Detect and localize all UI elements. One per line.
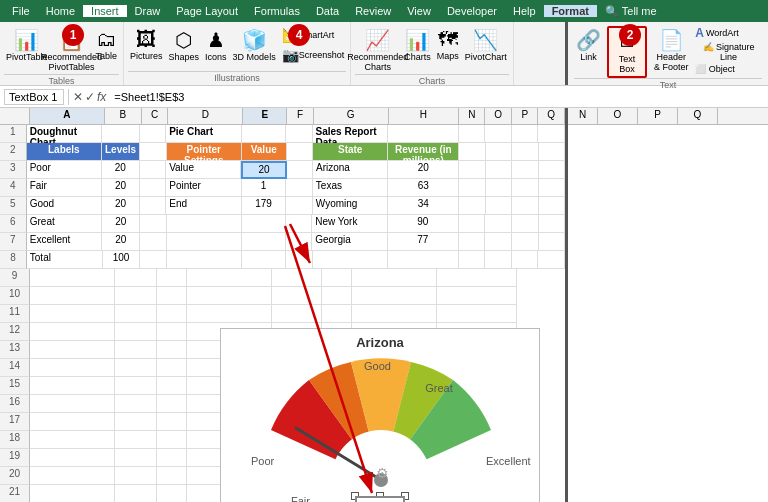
cell-reference-input[interactable] <box>4 89 64 105</box>
cell-H3[interactable]: 20 <box>388 161 459 179</box>
cell-Q7[interactable] <box>539 233 566 251</box>
cell-C3[interactable] <box>140 161 166 179</box>
tab-review[interactable]: Review <box>347 5 399 17</box>
cell-G8[interactable] <box>313 251 388 269</box>
col-header-D[interactable]: D <box>168 108 243 124</box>
cell-E5[interactable]: 179 <box>242 197 287 215</box>
cell-B14[interactable] <box>115 359 157 377</box>
cell-B3[interactable]: 20 <box>102 161 140 179</box>
cell-H8[interactable] <box>388 251 459 269</box>
formula-fx-icon[interactable]: fx <box>97 90 106 104</box>
cell-B1[interactable] <box>102 125 139 143</box>
cell-D4[interactable]: Pointer <box>166 179 241 197</box>
cell-E8[interactable] <box>242 251 286 269</box>
cell-B16[interactable] <box>115 395 157 413</box>
cell-B15[interactable] <box>115 377 157 395</box>
cell-E7[interactable] <box>242 233 286 251</box>
cell-C18[interactable] <box>157 431 187 449</box>
cell-P1[interactable] <box>512 125 539 143</box>
cell-C17[interactable] <box>157 413 187 431</box>
pictures-button[interactable]: 🖼 Pictures <box>128 26 165 63</box>
cell-E4[interactable]: 1 <box>242 179 287 197</box>
cell-P3[interactable] <box>512 161 538 179</box>
col-header-E[interactable]: E <box>243 108 287 124</box>
textbox-20[interactable]: 20 <box>355 496 405 502</box>
cell-C21[interactable] <box>157 485 187 502</box>
cell-B11[interactable] <box>115 305 157 323</box>
pivotchart-button[interactable]: 📉 PivotChart <box>463 26 509 64</box>
cell-B19[interactable] <box>115 449 157 467</box>
charts-button[interactable]: 📊 Charts <box>402 26 433 64</box>
formula-cancel-icon[interactable]: ✕ <box>73 90 83 104</box>
cell-C8[interactable] <box>140 251 167 269</box>
cell-C6[interactable] <box>140 215 167 233</box>
cell-C10[interactable] <box>157 287 187 305</box>
cell-A18[interactable] <box>30 431 115 449</box>
cell-H6[interactable]: 90 <box>388 215 459 233</box>
cell-P8[interactable] <box>512 251 539 269</box>
cell-F6[interactable] <box>286 215 313 233</box>
cell-B17[interactable] <box>115 413 157 431</box>
cell-P4[interactable] <box>512 179 538 197</box>
cell-A9[interactable] <box>30 269 115 287</box>
cell-A14[interactable] <box>30 359 115 377</box>
tab-home[interactable]: Home <box>38 5 83 17</box>
cell-A15[interactable] <box>30 377 115 395</box>
cell-C13[interactable] <box>157 341 187 359</box>
col-header-B[interactable]: B <box>105 108 142 124</box>
cell-A11[interactable] <box>30 305 115 323</box>
tab-tellme[interactable]: 🔍 Tell me <box>597 5 665 18</box>
cell-D1[interactable]: Pie Chart <box>166 125 242 143</box>
cell-Q8[interactable] <box>538 251 565 269</box>
object-button[interactable]: ⬜ Object <box>695 64 762 74</box>
cell-A13[interactable] <box>30 341 115 359</box>
cell-A10[interactable] <box>30 287 115 305</box>
header-footer-button[interactable]: 📄 Header & Footer <box>651 26 691 74</box>
cell-H5[interactable]: 34 <box>388 197 459 215</box>
cell-A16[interactable] <box>30 395 115 413</box>
cell-G1[interactable]: Sales Report Data <box>313 125 389 143</box>
cell-B2[interactable]: Levels <box>102 143 140 161</box>
cell-B21[interactable] <box>115 485 157 502</box>
cell-N6[interactable] <box>459 215 486 233</box>
maps-button[interactable]: 🗺 Maps <box>435 26 461 63</box>
cell-D3[interactable]: Value <box>166 161 241 179</box>
cell-O1[interactable] <box>485 125 512 143</box>
col-header-Q-right[interactable]: Q <box>678 108 718 124</box>
cell-P2[interactable] <box>512 143 538 161</box>
cell-N1[interactable] <box>459 125 486 143</box>
tab-draw[interactable]: Draw <box>127 5 169 17</box>
cell-G2[interactable]: State <box>313 143 388 161</box>
tab-format[interactable]: Format <box>544 5 597 17</box>
cell-E1[interactable] <box>242 125 286 143</box>
icons-button[interactable]: ♟ Icons <box>203 26 229 64</box>
cell-A4[interactable]: Fair <box>27 179 102 197</box>
cell-E10[interactable] <box>272 287 322 305</box>
cell-A2[interactable]: Labels <box>27 143 102 161</box>
cell-D6[interactable] <box>167 215 242 233</box>
cell-F4[interactable] <box>286 179 312 197</box>
col-header-G[interactable]: G <box>314 108 389 124</box>
cell-D9[interactable] <box>187 269 272 287</box>
wordart-button[interactable]: A WordArt <box>695 26 762 40</box>
cell-C7[interactable] <box>140 233 167 251</box>
cell-A7[interactable]: Excellent <box>27 233 103 251</box>
cell-D2[interactable]: Pointer Settings <box>167 143 242 161</box>
cell-F9[interactable] <box>322 269 352 287</box>
cell-C5[interactable] <box>140 197 166 215</box>
textbox-with-handles[interactable]: 20 <box>355 496 405 502</box>
cell-B12[interactable] <box>115 323 157 341</box>
tab-formulas[interactable]: Formulas <box>246 5 308 17</box>
cell-O5[interactable] <box>486 197 512 215</box>
cell-F2[interactable] <box>287 143 313 161</box>
col-header-C[interactable]: C <box>142 108 168 124</box>
cell-O6[interactable] <box>485 215 512 233</box>
col-header-O[interactable]: O <box>485 108 511 124</box>
cell-G6[interactable]: New York <box>312 215 388 233</box>
cell-B6[interactable]: 20 <box>102 215 140 233</box>
cell-F1[interactable] <box>286 125 313 143</box>
cell-B7[interactable]: 20 <box>102 233 140 251</box>
cell-D5[interactable]: End <box>166 197 241 215</box>
cell-F5[interactable] <box>286 197 312 215</box>
cell-E6[interactable] <box>242 215 286 233</box>
